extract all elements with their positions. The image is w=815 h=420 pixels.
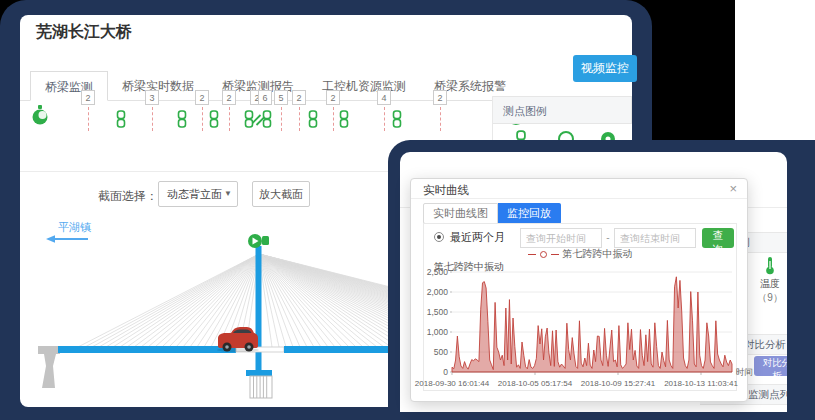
chart-series xyxy=(452,277,732,372)
modal-tab-bar: 实时曲线图监控回放 xyxy=(423,203,561,224)
x-axis-label: 时间 xyxy=(736,367,753,377)
section-select-value: 动态背立面 xyxy=(167,188,222,200)
direction-label: 平湖镇 xyxy=(58,220,91,235)
chart-legend[interactable]: 第七跨跨中振动 xyxy=(424,247,736,261)
screen: 芜湖长江大桥 桥梁监测桥梁实时数据桥梁监测报告工控机资源监测桥梁系统报警 视频监… xyxy=(0,0,815,420)
chain-link-icon xyxy=(262,110,272,128)
legend-line-icon xyxy=(528,254,536,255)
y-tick-label: 500 xyxy=(434,347,448,357)
x-tick-label: 2018-10-13 11:03:41 xyxy=(664,379,738,388)
modal-header: 实时曲线 × xyxy=(411,179,747,199)
query-button[interactable]: 查询 xyxy=(702,228,734,248)
sensor-count-badge[interactable]: 4 xyxy=(377,90,391,105)
sensor-strip: 23222652242 xyxy=(20,88,490,143)
modal-title: 实时曲线 xyxy=(423,183,469,198)
modal-tab-2[interactable]: 监控回放 xyxy=(498,203,561,224)
sensor-dash-line xyxy=(88,107,89,131)
y-tick-label: 0 xyxy=(443,367,448,377)
temperature-label: 温度 xyxy=(752,277,787,291)
chain-link-sensor[interactable] xyxy=(209,110,219,132)
vibration-chart: 2,5002,0001,5001,00050002018-09-30 16:01… xyxy=(424,268,738,392)
chain-link-sensor[interactable] xyxy=(262,110,272,132)
temperature-count: （9） xyxy=(752,291,787,305)
legend-circle-icon xyxy=(540,251,547,258)
anemometer-icon xyxy=(30,104,50,126)
legend-panel-header: 测点图例 xyxy=(493,96,632,124)
sensor-count-badge[interactable]: 2 xyxy=(326,90,340,105)
query-end-input[interactable] xyxy=(614,228,696,248)
enlarge-section-button[interactable]: 放大截面 xyxy=(252,181,310,207)
x-tick-label: 2018-09-30 16:01:44 xyxy=(415,379,490,388)
chain-link-sensor[interactable] xyxy=(177,110,187,132)
x-tick-label: 2018-10-09 15:27:41 xyxy=(581,379,656,388)
sensor-count-badge[interactable]: 5 xyxy=(274,90,288,105)
chain-link-sensor[interactable] xyxy=(339,110,349,132)
chain-link-icon xyxy=(177,110,187,128)
sensor-dash-line xyxy=(299,107,300,131)
modal-tab-1[interactable]: 实时曲线图 xyxy=(423,203,498,224)
sensor-count-badge[interactable]: 2 xyxy=(433,90,447,105)
y-tick-label: 1,500 xyxy=(427,307,449,317)
close-icon[interactable]: × xyxy=(729,181,737,196)
y-tick-label: 2,000 xyxy=(427,287,449,297)
compare-analysis-button[interactable]: 对比分析 xyxy=(754,356,787,376)
chain-link-sensor[interactable] xyxy=(392,110,402,132)
thermometer-icon xyxy=(764,256,776,275)
y-tick-label: 2,500 xyxy=(427,267,449,277)
page-title: 芜湖长江大桥 xyxy=(36,22,132,43)
video-monitor-button[interactable]: 视频监控 xyxy=(573,55,637,82)
chain-link-icon xyxy=(116,110,126,128)
sensor-dash-line xyxy=(202,107,203,131)
sensor-count-badge[interactable]: 6 xyxy=(258,90,272,105)
chain-link-icon xyxy=(308,110,318,128)
temperature-sensor-item[interactable]: 温度 （9） xyxy=(752,256,787,305)
query-start-input[interactable] xyxy=(520,228,602,248)
sensor-dash-line xyxy=(281,107,282,131)
query-panel: 最近两个月 - 查询 第七跨跨中振动 第七跨跨中振动 2,5002,0001,5… xyxy=(423,223,737,391)
radio-label: 最近两个月 xyxy=(450,230,505,245)
sensor-count-badge[interactable]: 2 xyxy=(195,90,209,105)
sensor-count-badge[interactable]: 3 xyxy=(145,90,159,105)
sensor-dash-line xyxy=(333,107,334,131)
chevron-down-icon: ▼ xyxy=(224,182,232,206)
chain-link-sensor[interactable] xyxy=(308,110,318,132)
range-separator: - xyxy=(602,228,614,248)
chain-link-sensor[interactable] xyxy=(116,110,126,132)
sensor-count-badge[interactable]: 2 xyxy=(81,90,95,105)
chain-link-icon xyxy=(392,110,402,128)
legend-series-label: 第七跨跨中振动 xyxy=(563,247,633,261)
section-select[interactable]: 动态背立面 ▼ xyxy=(158,181,238,207)
section-select-label: 截面选择： xyxy=(98,183,158,209)
x-tick-label: 2018-10-05 05:17:54 xyxy=(498,379,573,388)
background-window-sliver xyxy=(735,0,815,145)
anemometer-sensor[interactable] xyxy=(30,104,50,130)
sensor-dash-line xyxy=(384,107,385,131)
realtime-curve-modal: 实时曲线 × 实时曲线图监控回放 最近两个月 - 查询 第七跨跨中振动 第七跨跨… xyxy=(410,178,748,402)
sensor-dash-line xyxy=(440,107,441,131)
sensor-count-badge[interactable]: 2 xyxy=(222,90,236,105)
chain-link-icon xyxy=(209,110,219,128)
sensor-count-badge[interactable]: 2 xyxy=(292,90,306,105)
legend-line-icon xyxy=(551,254,559,255)
last-two-months-radio[interactable] xyxy=(434,232,444,242)
sensor-dash-line xyxy=(152,107,153,131)
chain-link-icon xyxy=(339,110,349,128)
y-tick-label: 1,000 xyxy=(427,327,449,337)
sensor-dash-line xyxy=(229,107,230,131)
